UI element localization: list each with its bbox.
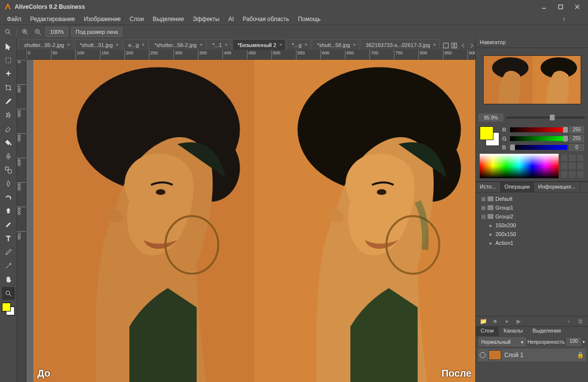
menu-image[interactable]: Изображение — [80, 15, 125, 24]
hand-tool[interactable] — [2, 273, 15, 286]
b-slider[interactable] — [510, 145, 567, 150]
measure-tool[interactable] — [2, 260, 15, 272]
svg-text:T: T — [6, 235, 10, 242]
g-value[interactable]: 255 — [569, 135, 584, 142]
menu-file[interactable]: Файл — [3, 15, 25, 24]
menu-layers[interactable]: Слои — [126, 15, 148, 24]
close-tab-icon[interactable]: × — [142, 42, 145, 48]
svg-point-38 — [156, 189, 166, 195]
spectrum-picker[interactable] — [480, 154, 559, 178]
lock-icon[interactable]: 🔒 — [577, 352, 584, 358]
zoom-100-button[interactable]: 100% — [46, 27, 68, 37]
blur-tool[interactable] — [2, 177, 15, 190]
folder-icon[interactable]: 📁 — [480, 318, 487, 325]
layer-row[interactable]: Слой 1 🔒 — [478, 349, 586, 361]
doc-tab[interactable]: *...g× — [287, 39, 311, 50]
menu-edit[interactable]: Редактирование — [26, 15, 79, 24]
zoom-in-icon[interactable] — [20, 27, 30, 37]
tab-operations[interactable]: Операции — [501, 182, 534, 192]
fill-tool[interactable] — [2, 136, 15, 149]
layer-thumbnail[interactable] — [489, 350, 501, 360]
zoom-out-icon[interactable] — [33, 27, 43, 37]
warning-icon[interactable]: ! — [546, 15, 555, 24]
chevron-left-icon[interactable] — [460, 41, 466, 50]
maximize-button[interactable] — [556, 3, 565, 10]
layout-icon[interactable] — [442, 41, 449, 50]
actions-tree[interactable]: ⊞Default ⊞Group1 ⊟Group2 ▸150x200 ▸200x1… — [476, 192, 588, 249]
split-icon[interactable] — [451, 41, 458, 50]
close-tab-icon[interactable]: × — [304, 42, 307, 48]
visibility-icon[interactable] — [480, 352, 486, 358]
r-value[interactable]: 255 — [569, 126, 584, 133]
foreground-color[interactable] — [2, 303, 11, 311]
doc-tab[interactable]: 362183733-s...02617-3.jpg× — [360, 39, 439, 50]
chevron-right-icon[interactable] — [468, 41, 475, 50]
add-icon[interactable]: ＋ — [565, 318, 572, 325]
menu-selection[interactable]: Выделение — [149, 15, 188, 24]
clone-tool[interactable] — [2, 205, 15, 217]
close-tab-icon[interactable]: × — [67, 42, 70, 48]
minimize-button[interactable] — [539, 3, 549, 10]
menu-ai[interactable]: AI — [224, 15, 238, 24]
menu-help[interactable]: Помощь — [294, 15, 324, 24]
close-button[interactable] — [572, 3, 582, 10]
tab-history[interactable]: Исто... — [476, 182, 501, 192]
help-icon[interactable]: ? — [560, 15, 568, 24]
color-chip[interactable] — [2, 303, 15, 315]
shape-tool[interactable] — [2, 164, 15, 176]
doc-tab[interactable]: shutter...85-2.jpg× — [19, 39, 74, 50]
doc-tab-active[interactable]: *Безымянный 2× — [232, 39, 286, 50]
text-tool[interactable]: T — [2, 232, 15, 245]
rect-select-tool[interactable] — [2, 54, 15, 67]
navigator-panel[interactable] — [476, 48, 588, 112]
canvas-area[interactable]: 0501001502002503003504004505005506006507… — [17, 50, 475, 382]
close-tab-icon[interactable]: × — [353, 42, 356, 48]
g-slider[interactable] — [510, 136, 567, 141]
b-value[interactable]: 0 — [569, 144, 584, 151]
magic-wand-tool[interactable] — [2, 68, 15, 80]
blend-mode-select[interactable]: Нормальный▾ — [479, 337, 526, 346]
smudge-tool[interactable] — [2, 191, 15, 204]
doc-tab[interactable]: e...g× — [123, 39, 148, 50]
crop-tool[interactable] — [2, 81, 15, 94]
doc-tab[interactable]: *shutter...58-2.jpg× — [149, 39, 206, 50]
fit-window-button[interactable]: Под размер окна — [71, 27, 122, 37]
eyedropper-tool[interactable] — [2, 246, 15, 259]
doc-tab[interactable]: *shutt...31.jpg× — [74, 39, 122, 50]
color-swatch[interactable] — [480, 126, 499, 146]
close-tab-icon[interactable]: × — [199, 42, 202, 48]
doc-tab[interactable]: *...1× — [207, 39, 231, 50]
swatch-grid[interactable] — [561, 154, 584, 178]
fg-swatch[interactable] — [480, 126, 493, 140]
menu-effects[interactable]: Эффекты — [189, 15, 223, 24]
close-tab-icon[interactable]: × — [279, 42, 282, 48]
stop-icon[interactable]: ■ — [491, 318, 498, 325]
close-tab-icon[interactable]: × — [116, 42, 119, 48]
trash-icon[interactable]: 🗑 — [577, 318, 584, 325]
navigator-zoom-value[interactable]: 85.9% — [479, 114, 503, 121]
brush-tool[interactable] — [2, 95, 15, 108]
record-icon[interactable]: ● — [503, 318, 510, 325]
move-tool[interactable] — [2, 40, 15, 53]
history-brush-tool[interactable] — [2, 218, 15, 231]
tab-layers[interactable]: Слои — [476, 327, 499, 336]
close-tab-icon[interactable]: × — [225, 42, 228, 48]
tab-selection[interactable]: Выделение — [528, 327, 566, 336]
tab-channels[interactable]: Каналы — [499, 327, 528, 336]
close-tab-icon[interactable]: × — [433, 42, 436, 48]
menu-workspace[interactable]: Рабочая область — [239, 15, 293, 24]
eraser-tool[interactable] — [2, 122, 15, 135]
doc-tab[interactable]: *shutt...58.jpg× — [312, 39, 359, 50]
r-slider[interactable] — [510, 127, 567, 132]
tab-info[interactable]: Информация... — [534, 182, 580, 192]
zoom-tool[interactable] — [2, 287, 15, 300]
settings-icon[interactable] — [573, 15, 582, 24]
navigator-thumbnail[interactable] — [483, 55, 581, 104]
opacity-value[interactable]: 100 — [566, 338, 581, 346]
play-icon[interactable]: ▶ — [515, 318, 522, 325]
zoom-slider[interactable] — [506, 117, 585, 119]
ruler-corner — [17, 50, 26, 60]
layer-name[interactable]: Слой 1 — [504, 352, 523, 358]
pen-tool[interactable] — [2, 150, 15, 163]
spray-tool[interactable] — [2, 109, 15, 121]
